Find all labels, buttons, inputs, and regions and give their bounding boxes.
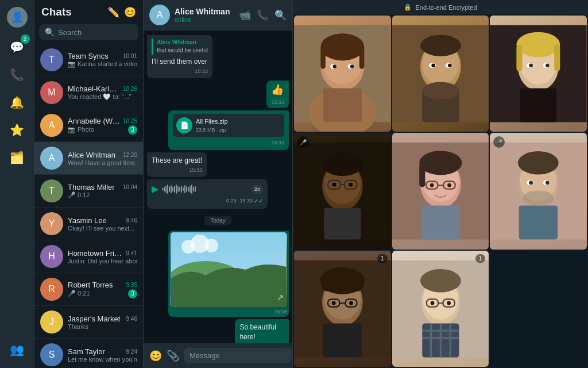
chat-item-7[interactable]: H Hometown Friends 9:41 Justin: Did you …	[34, 240, 143, 273]
face-5	[392, 133, 489, 249]
chat-name: Jasper's Market	[68, 315, 120, 323]
contact-name: Alice Whitman	[175, 7, 234, 16]
day-divider: Today	[147, 214, 289, 225]
svg-point-93	[420, 269, 461, 292]
svg-point-12	[320, 33, 364, 60]
attach-button[interactable]: 📎	[167, 350, 179, 362]
chat-time: 9:46	[126, 316, 137, 322]
video-empty-cell	[490, 251, 587, 367]
chat-name-row: Thomas Miller 10:04	[68, 183, 137, 191]
message-time: 15:33	[152, 167, 202, 174]
message-text: I'll send them over	[152, 57, 208, 67]
sidebar-item-archive[interactable]: 🗂️	[6, 146, 29, 169]
face-4	[294, 133, 391, 249]
search-messages-icon[interactable]: 🔍	[274, 9, 287, 21]
chat-info: Thomas Miller 10:04 🎤 0:12	[68, 183, 137, 199]
chat-avatar: J	[40, 310, 63, 334]
sidebar-item-community[interactable]: 👥	[6, 338, 29, 361]
sidebar-item-status[interactable]: 🔔	[6, 91, 29, 114]
svg-rect-11	[323, 88, 362, 122]
chat-window: A Alice Whitman online 📹 📞 🔍 Alice Whitm…	[144, 0, 293, 368]
video-participant-5	[392, 133, 489, 249]
chat-list-panel: Chats ✏️ 😊 🔍 T Team Syncs 10:01 📷 Karina…	[34, 0, 144, 368]
chat-name: Team Syncs	[68, 52, 109, 60]
message-input[interactable]	[184, 348, 292, 363]
svg-point-39	[546, 63, 550, 67]
chat-avatar: T	[40, 48, 63, 71]
chat-info: Michael-Karina-R... 10:26 You reacted 🤍 …	[68, 85, 137, 101]
chat-time: 10:04	[123, 184, 137, 190]
chat-avatar: H	[40, 245, 63, 268]
face-6	[490, 133, 587, 249]
chat-badge: 2	[21, 34, 30, 44]
sidebar-item-chats[interactable]: 💬 2	[6, 36, 29, 59]
chat-time: 10:01	[123, 53, 137, 59]
chat-name-row: Robert Torres 9:35	[68, 281, 137, 289]
svg-point-98	[447, 301, 451, 305]
video-call-panel: 🔒 End-to-end Encrypted	[293, 0, 588, 368]
chat-name-row: Yasmin Lee 9:46	[68, 216, 137, 225]
emoji-button[interactable]: 😊	[149, 350, 162, 362]
face-7	[294, 251, 391, 367]
svg-point-77	[350, 278, 364, 292]
sidebar: 👤 💬 2 📞 🔔 ⭐ 🗂️ 👥	[0, 0, 34, 368]
chat-time: 10:25	[123, 118, 137, 124]
file-attachment: 📄 All Files.zip 23.5 MB · zip	[173, 114, 284, 137]
chat-name-row: Team Syncs 10:01	[68, 52, 137, 60]
chat-action-icons: 📹 📞 🔍	[239, 9, 287, 21]
chat-time: 12:20	[123, 152, 137, 158]
chat-name: Michael-Karina-R...	[68, 85, 121, 93]
chat-name: Annabelle (Work)	[68, 117, 121, 125]
svg-point-70	[546, 181, 550, 185]
user-avatar[interactable]: 👤	[7, 7, 28, 28]
chat-item-9[interactable]: J Jasper's Market 9:46 Thanks	[34, 306, 143, 339]
chat-item-6[interactable]: Y Yasmin Lee 9:46 Okay! I'll see you nex…	[34, 208, 143, 240]
svg-point-33	[517, 32, 560, 57]
unread-badge: 3	[128, 125, 137, 135]
search-input[interactable]	[58, 28, 133, 37]
chat-input-bar: 😊 📎 🔄 🎤	[144, 343, 292, 368]
chat-name-row: Hometown Friends 9:41	[68, 249, 137, 258]
message-image: ↗ 15:06	[168, 231, 289, 317]
chat-item-8[interactable]: R Robert Torres 9:35 🎤 0:21 3	[34, 273, 143, 306]
chat-name-row: Jasper's Market 9:46	[68, 315, 137, 323]
chat-messages: Alice Whitman that would be useful I'll …	[144, 30, 292, 343]
svg-rect-53	[421, 206, 459, 240]
svg-rect-43	[324, 208, 361, 240]
playback-speed[interactable]: 2x	[252, 185, 263, 194]
person-count-1: 1	[377, 254, 388, 263]
svg-point-27	[431, 63, 435, 67]
video-call-header: 🔒 End-to-end Encrypted	[293, 0, 588, 14]
unread-badge: 3	[128, 289, 137, 298]
chat-name-row: Alice Whitman 12:20	[68, 151, 137, 159]
svg-rect-55	[419, 163, 425, 187]
chat-item-2[interactable]: M Michael-Karina-R... 10:26 You reacted …	[34, 76, 143, 109]
chat-item-10[interactable]: S Sam Taylor 9:24 Let me know when you'r…	[34, 339, 143, 368]
chat-time: 9:41	[126, 250, 137, 256]
video-participant-1	[294, 16, 391, 132]
chat-name: Thomas Miller	[68, 183, 115, 191]
chat-name: Yasmin Lee	[68, 216, 107, 225]
svg-point-69	[529, 181, 533, 185]
chat-avatar: M	[40, 81, 63, 104]
sidebar-item-starred[interactable]: ⭐	[6, 118, 29, 141]
new-chat-icon[interactable]: ✏️	[107, 6, 119, 18]
message-time: 15:33	[271, 99, 284, 106]
share-icon[interactable]: ↗	[277, 292, 284, 304]
face-1	[294, 16, 391, 132]
chat-item-5[interactable]: T Thomas Miller 10:04 🎤 0:12	[34, 175, 143, 208]
video-call-icon[interactable]: 📹	[239, 9, 251, 21]
chat-item-4[interactable]: A Alice Whitman 12:20 Wow! Have a great …	[34, 142, 143, 175]
chat-item-3[interactable]: A Annabelle (Work) 10:25 📷 Photo 3	[34, 109, 143, 142]
chat-time: 9:24	[126, 348, 137, 355]
search-icon: 🔍	[45, 28, 55, 37]
chat-item-1[interactable]: T Team Syncs 10:01 📷 Karina started a vi…	[34, 44, 143, 76]
voice-call-icon[interactable]: 📞	[257, 9, 269, 21]
play-button[interactable]: ▶	[152, 183, 158, 195]
svg-point-65	[518, 151, 559, 174]
video-participant-2	[392, 16, 489, 132]
sidebar-item-phone[interactable]: 📞	[6, 63, 29, 86]
image-attachment: ↗	[170, 232, 287, 307]
svg-point-17	[332, 64, 336, 68]
menu-icon[interactable]: 😊	[124, 6, 136, 18]
